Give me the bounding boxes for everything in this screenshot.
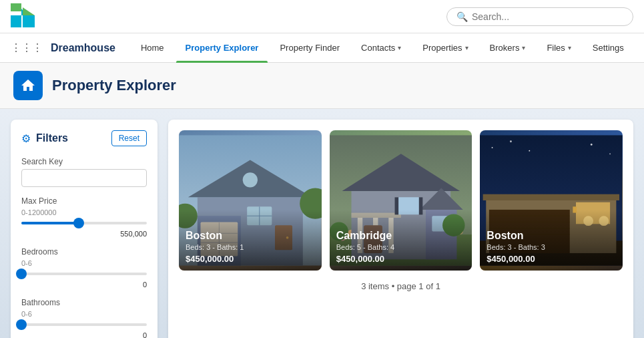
svg-point-49 — [610, 153, 611, 154]
property-overlay-2: Cambridge Beds: 5 - Baths: 4 $450,000.00 — [330, 210, 472, 271]
nav-bar: ⋮⋮⋮ Dreamhouse Home Property Explorer Pr… — [0, 33, 644, 63]
property-price-1: $450,000.00 — [186, 254, 315, 264]
bathrooms-slider-value: 0 — [21, 331, 147, 338]
bedrooms-slider-thumb[interactable] — [16, 269, 27, 279]
page-header: Property Explorer — [0, 63, 644, 109]
price-slider-thumb[interactable] — [73, 218, 84, 228]
reset-button[interactable]: Reset — [111, 130, 147, 146]
grid-icon[interactable]: ⋮⋮⋮ — [11, 41, 43, 54]
filter-max-price: Max Price 0-1200000 550,000 — [21, 196, 147, 238]
filters-header: ⚙ Filters Reset — [21, 130, 147, 146]
bathrooms-slider-container — [21, 323, 147, 326]
price-slider-container — [21, 222, 147, 224]
top-bar: 🔍 — [0, 0, 644, 33]
filter-bathrooms: Bathrooms 0-6 0 — [21, 298, 147, 338]
property-overlay-3: Boston Beds: 3 - Baths: 3 $450,000.00 — [480, 210, 623, 271]
properties-grid: Boston Beds: 3 - Baths: 1 $450,000.00 — [179, 130, 623, 271]
price-slider-fill — [21, 222, 79, 224]
filters-title: Filters — [36, 132, 68, 144]
svg-marker-3 — [23, 7, 35, 15]
bathrooms-range: 0-6 — [21, 310, 147, 318]
bedrooms-slider-container — [21, 273, 147, 275]
contacts-chevron-icon: ▾ — [398, 44, 401, 51]
svg-rect-52 — [483, 194, 619, 200]
brand-name: Dreamhouse — [51, 42, 115, 54]
svg-point-45 — [492, 147, 493, 148]
max-price-range: 0-1200000 — [21, 208, 147, 216]
properties-panel: Boston Beds: 3 - Baths: 1 $450,000.00 — [168, 120, 633, 338]
property-details-2: Beds: 5 - Baths: 4 — [336, 243, 466, 251]
search-input[interactable] — [472, 11, 623, 22]
max-price-label: Max Price — [21, 196, 147, 206]
bathrooms-slider-track — [21, 323, 147, 326]
files-chevron-icon: ▾ — [568, 44, 571, 51]
svg-point-5 — [29, 82, 31, 85]
property-city-3: Boston — [487, 230, 616, 242]
property-price-3: $450,000.00 — [487, 254, 616, 264]
nav-item-files[interactable]: Files ▾ — [537, 33, 580, 63]
property-card-3[interactable]: Boston Beds: 3 - Baths: 3 $450,000.00 — [480, 130, 623, 271]
svg-point-18 — [243, 172, 258, 187]
property-city-2: Cambridge — [336, 230, 466, 242]
properties-chevron-icon: ▾ — [465, 44, 468, 51]
filters-panel: ⚙ Filters Reset Search Key Max Price 0-1… — [11, 120, 157, 338]
svg-point-48 — [591, 144, 593, 146]
bedrooms-range: 0-6 — [21, 259, 147, 267]
filters-title-group: ⚙ Filters — [21, 132, 68, 145]
svg-rect-1 — [23, 15, 35, 27]
page-header-icon — [13, 71, 43, 100]
search-key-label: Search Key — [21, 157, 147, 166]
svg-rect-4 — [11, 3, 21, 11]
nav-item-properties[interactable]: Properties ▾ — [413, 33, 477, 63]
filter-icon: ⚙ — [21, 132, 31, 145]
property-price-2: $450,000.00 — [336, 254, 466, 264]
nav-item-property-explorer[interactable]: Property Explorer — [176, 33, 268, 63]
search-bar[interactable]: 🔍 — [446, 7, 633, 26]
nav-item-contacts[interactable]: Contacts ▾ — [352, 33, 410, 63]
property-city-1: Boston — [186, 230, 315, 242]
property-card-2[interactable]: Cambridge Beds: 5 - Baths: 4 $450,000.00 — [330, 130, 472, 271]
bedrooms-slider-track — [21, 273, 147, 275]
price-slider-track — [21, 222, 147, 224]
filter-bedrooms: Bedrooms 0-6 0 — [21, 247, 147, 289]
svg-point-47 — [529, 150, 531, 152]
svg-point-46 — [510, 140, 512, 142]
search-key-input[interactable] — [21, 169, 147, 187]
nav-item-home[interactable]: Home — [131, 33, 174, 63]
nav-item-property-finder[interactable]: Property Finder — [270, 33, 349, 63]
property-details-3: Beds: 3 - Baths: 3 — [487, 243, 616, 251]
nav-item-brokers[interactable]: Brokers ▾ — [480, 33, 535, 63]
brokers-chevron-icon: ▾ — [522, 44, 525, 51]
property-card-1[interactable]: Boston Beds: 3 - Baths: 1 $450,000.00 — [179, 130, 322, 271]
page-title: Property Explorer — [52, 77, 176, 94]
price-slider-value: 550,000 — [21, 230, 147, 238]
search-icon: 🔍 — [456, 11, 468, 22]
nav-item-settings[interactable]: Settings — [583, 33, 633, 63]
pagination: 3 items • page 1 of 1 — [179, 281, 623, 291]
svg-rect-0 — [11, 15, 21, 27]
property-details-1: Beds: 3 - Baths: 1 — [186, 243, 315, 251]
bathrooms-label: Bathrooms — [21, 298, 147, 307]
app-logo[interactable] — [11, 3, 35, 30]
property-overlay-1: Boston Beds: 3 - Baths: 1 $450,000.00 — [179, 210, 322, 271]
bedrooms-label: Bedrooms — [21, 247, 147, 257]
filter-search-key: Search Key — [21, 157, 147, 187]
bathrooms-slider-thumb[interactable] — [16, 319, 27, 330]
pagination-text: 3 items • page 1 of 1 — [361, 281, 440, 291]
bedrooms-slider-value: 0 — [21, 281, 147, 289]
main-content: ⚙ Filters Reset Search Key Max Price 0-1… — [0, 109, 644, 338]
